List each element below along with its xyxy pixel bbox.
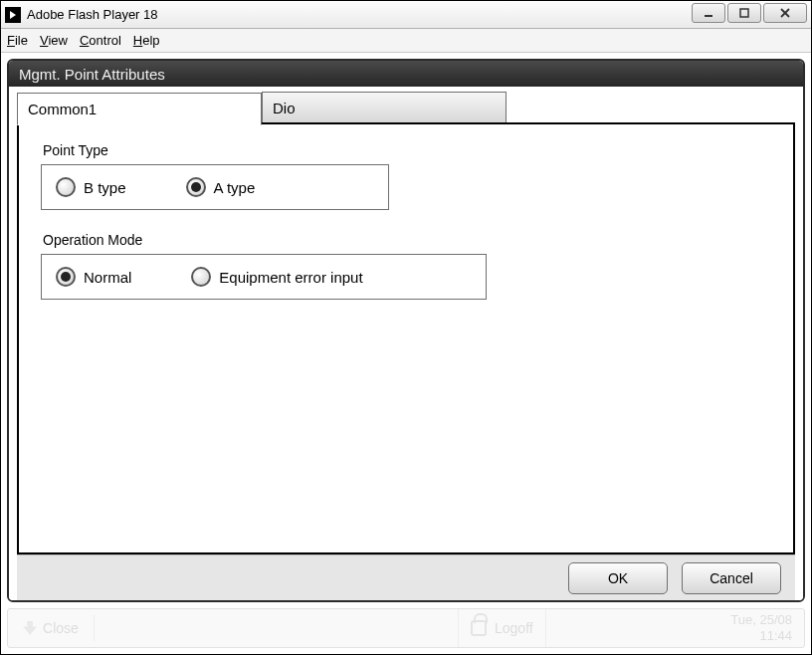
down-arrow-icon [23, 621, 37, 635]
tab-strip: Common1 Dio [17, 91, 795, 122]
window-controls [690, 3, 807, 23]
status-time: 11:44 [730, 628, 792, 644]
separator [94, 615, 95, 642]
button-label: Cancel [710, 570, 753, 586]
ok-button[interactable]: OK [568, 562, 668, 594]
window-title: Adobe Flash Player 18 [27, 7, 158, 22]
radio-label: Normal [84, 269, 131, 286]
minimize-icon [703, 7, 714, 19]
svg-rect-1 [740, 9, 748, 17]
operation-mode-label: Operation Mode [43, 232, 771, 248]
radio-normal[interactable]: Normal [56, 267, 131, 287]
lock-icon [471, 620, 487, 636]
radio-b-type[interactable]: B type [56, 177, 126, 197]
radio-a-type[interactable]: A type [186, 177, 256, 197]
status-close-button[interactable]: Close [8, 609, 94, 647]
close-icon [779, 7, 791, 19]
dialog-button-row: OK Cancel [17, 554, 795, 600]
tab-content: Point Type B type A type Operation Mode [17, 122, 795, 554]
menu-control[interactable]: Control [80, 33, 121, 48]
close-button[interactable] [763, 3, 807, 23]
panel-body: Common1 Dio Point Type B type [9, 87, 803, 600]
status-date: Tue, 25/08 [730, 612, 792, 628]
radio-icon [186, 177, 206, 197]
menu-file[interactable]: File [7, 33, 28, 48]
status-close-label: Close [43, 620, 79, 636]
cancel-button[interactable]: Cancel [682, 562, 781, 594]
panel-title: Mgmt. Point Attributes [9, 61, 803, 87]
status-logoff-button[interactable]: Logoff [458, 609, 546, 647]
minimize-button[interactable] [692, 3, 725, 23]
operation-mode-group: Normal Equipment error input [41, 254, 487, 300]
tab-dio[interactable]: Dio [262, 92, 507, 123]
radio-label: Equipment error input [219, 269, 362, 286]
maximize-button[interactable] [727, 3, 761, 23]
radio-label: A type [214, 179, 256, 196]
radio-icon [56, 177, 76, 197]
window-titlebar: Adobe Flash Player 18 [1, 1, 811, 29]
status-bar: Close Logoff Tue, 25/08 11:44 [7, 608, 805, 648]
radio-icon [56, 267, 76, 287]
menubar: File View Control Help [1, 29, 811, 53]
app-icon [5, 7, 21, 23]
mgmt-point-panel: Mgmt. Point Attributes Common1 Dio Point… [7, 59, 805, 602]
maximize-icon [738, 7, 750, 19]
tab-common1[interactable]: Common1 [17, 93, 262, 125]
point-type-section: Point Type B type A type [41, 142, 771, 210]
button-label: OK [608, 570, 628, 586]
client-area: Mgmt. Point Attributes Common1 Dio Point… [1, 53, 811, 654]
radio-icon [191, 267, 211, 287]
status-datetime: Tue, 25/08 11:44 [730, 612, 792, 644]
radio-equipment-error[interactable]: Equipment error input [191, 267, 362, 287]
menu-view[interactable]: View [40, 33, 68, 48]
tab-label: Common1 [28, 101, 97, 117]
menu-help[interactable]: Help [133, 33, 160, 48]
status-logoff-label: Logoff [495, 620, 533, 636]
tab-label: Dio [273, 100, 296, 116]
point-type-label: Point Type [43, 142, 771, 158]
operation-mode-section: Operation Mode Normal Equipment error in… [41, 232, 771, 300]
point-type-group: B type A type [41, 164, 389, 210]
radio-label: B type [84, 179, 126, 196]
